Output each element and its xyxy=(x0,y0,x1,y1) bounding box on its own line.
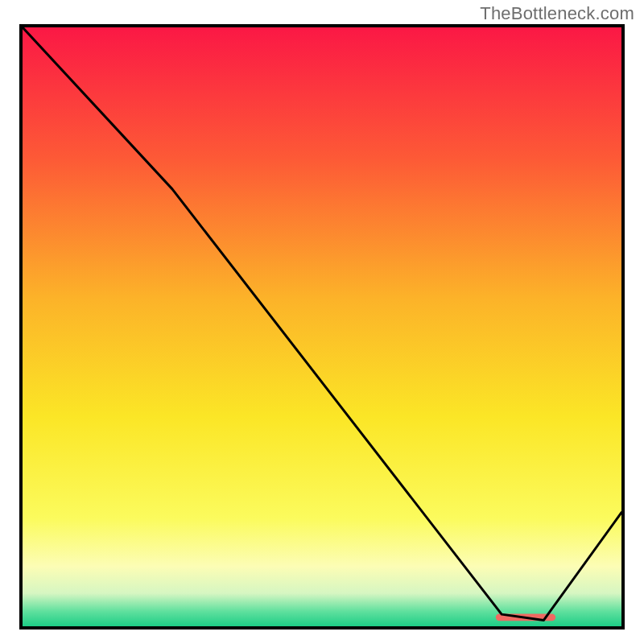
plot-area xyxy=(19,24,625,630)
chart-svg xyxy=(23,27,621,626)
watermark-text: TheBottleneck.com xyxy=(480,3,634,24)
gradient-background xyxy=(23,27,621,626)
chart-frame: TheBottleneck.com xyxy=(0,0,644,644)
